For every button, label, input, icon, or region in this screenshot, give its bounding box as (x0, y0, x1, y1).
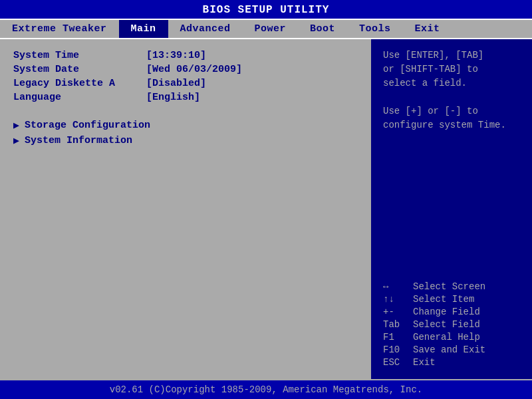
field-label: Legacy Diskette A (13, 78, 146, 89)
submenu-arrow-icon: ▶ (13, 134, 19, 147)
field-label: Language (13, 92, 146, 103)
key-binding-row: F1General Help (383, 332, 521, 342)
field-row: System Date[Wed 06/03/2009] (13, 64, 358, 75)
field-row: System Time[13:39:10] (13, 50, 358, 61)
key-binding-row: TabSelect Field (383, 319, 521, 330)
key-action: Save and Exit (413, 344, 485, 355)
key-bindings: ↔Select Screen↑↓Select Item+-Change Fiel… (383, 281, 521, 370)
key-action: Select Screen (413, 281, 485, 292)
key-action: Select Field (413, 319, 480, 330)
footer-text: v02.61 (C)Copyright 1985-2009, American … (110, 384, 422, 395)
key-code: ↑↓ (383, 294, 413, 305)
menu-item-advanced[interactable]: Advanced (168, 20, 243, 38)
key-action: Select Item (413, 294, 474, 305)
submenu-arrow-icon: ▶ (13, 119, 19, 132)
app-title: BIOS SETUP UTILITY (203, 4, 330, 16)
key-binding-row: F10Save and Exit (383, 344, 521, 355)
menu-item-tools[interactable]: Tools (347, 20, 403, 38)
submenu-label: System Information (25, 135, 132, 146)
field-row: Language[English] (13, 92, 358, 103)
field-label: System Date (13, 64, 146, 75)
right-panel: Use [ENTER], [TAB]or [SHIFT-TAB] toselec… (372, 39, 532, 379)
submenus-container: ▶Storage Configuration▶System Informatio… (13, 119, 358, 147)
key-code: F10 (383, 344, 413, 355)
bios-setup-utility: BIOS SETUP UTILITY Extreme TweakerMainAd… (0, 0, 532, 399)
footer: v02.61 (C)Copyright 1985-2009, American … (0, 379, 532, 399)
key-binding-row: +-Change Field (383, 307, 521, 317)
key-code: F1 (383, 332, 413, 342)
field-value[interactable]: [English] (146, 92, 200, 103)
menu-item-main[interactable]: Main (119, 20, 168, 38)
help-text: Use [ENTER], [TAB]or [SHIFT-TAB] toselec… (383, 49, 521, 132)
menu-bar: Extreme TweakerMainAdvancedPowerBootTool… (0, 19, 532, 39)
field-label: System Time (13, 50, 146, 61)
field-value[interactable]: [Disabled] (146, 78, 206, 89)
field-row: Legacy Diskette A[Disabled] (13, 78, 358, 89)
title-bar: BIOS SETUP UTILITY (0, 0, 532, 19)
key-code: ↔ (383, 281, 413, 292)
key-action: General Help (413, 332, 480, 342)
submenu-item[interactable]: ▶Storage Configuration (13, 119, 358, 132)
key-action: Exit (413, 357, 436, 368)
submenu-label: Storage Configuration (25, 120, 150, 131)
field-value[interactable]: [13:39:10] (146, 50, 206, 61)
menu-item-exit[interactable]: Exit (403, 20, 452, 38)
key-code: ESC (383, 357, 413, 368)
key-binding-row: ↔Select Screen (383, 281, 521, 292)
key-binding-row: ESCExit (383, 357, 521, 368)
fields-container: System Time[13:39:10]System Date[Wed 06/… (13, 50, 358, 103)
key-action: Change Field (413, 307, 480, 317)
menu-item-extreme-tweaker[interactable]: Extreme Tweaker (0, 20, 119, 38)
key-code: Tab (383, 319, 413, 330)
key-binding-row: ↑↓Select Item (383, 294, 521, 305)
field-value[interactable]: [Wed 06/03/2009] (146, 64, 242, 75)
submenu-item[interactable]: ▶System Information (13, 134, 358, 147)
menu-item-power[interactable]: Power (243, 20, 299, 38)
left-panel: System Time[13:39:10]System Date[Wed 06/… (0, 39, 372, 379)
content-area: System Time[13:39:10]System Date[Wed 06/… (0, 39, 532, 379)
key-code: +- (383, 307, 413, 317)
menu-item-boot[interactable]: Boot (298, 20, 347, 38)
